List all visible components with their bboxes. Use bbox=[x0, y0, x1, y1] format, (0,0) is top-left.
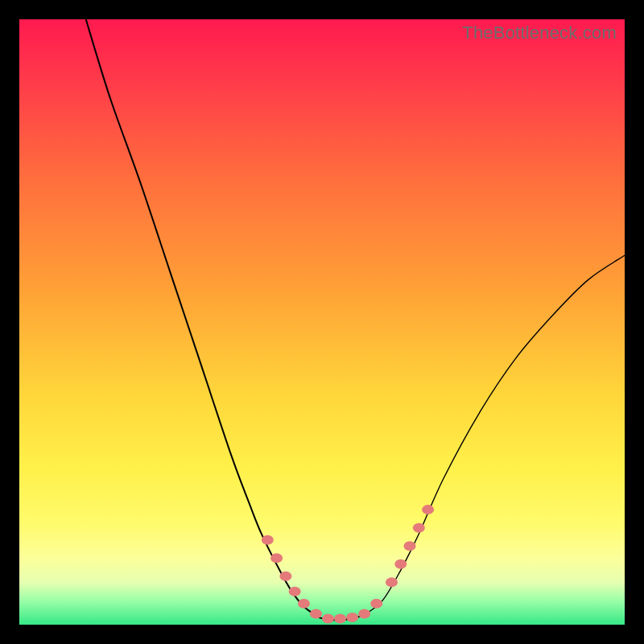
marker-point bbox=[322, 613, 334, 623]
marker-point bbox=[298, 599, 310, 609]
marker-point bbox=[370, 599, 382, 609]
curve-left-branch bbox=[86, 19, 320, 617]
marker-point bbox=[289, 587, 301, 597]
marker-group bbox=[262, 505, 434, 623]
marker-point bbox=[346, 613, 358, 622]
watermark-text: TheBottleneck.com bbox=[462, 23, 617, 43]
marker-point bbox=[262, 535, 274, 545]
marker-point bbox=[270, 553, 283, 563]
marker-point bbox=[413, 523, 425, 533]
marker-point bbox=[422, 505, 434, 514]
marker-point bbox=[310, 609, 322, 618]
marker-point bbox=[334, 613, 346, 623]
chart-svg bbox=[19, 19, 625, 625]
chart-frame: TheBottleneck.com bbox=[19, 19, 625, 625]
marker-point bbox=[404, 541, 416, 551]
marker-point bbox=[279, 572, 291, 581]
marker-point bbox=[394, 559, 407, 569]
marker-point bbox=[358, 609, 370, 618]
marker-point bbox=[386, 577, 398, 587]
